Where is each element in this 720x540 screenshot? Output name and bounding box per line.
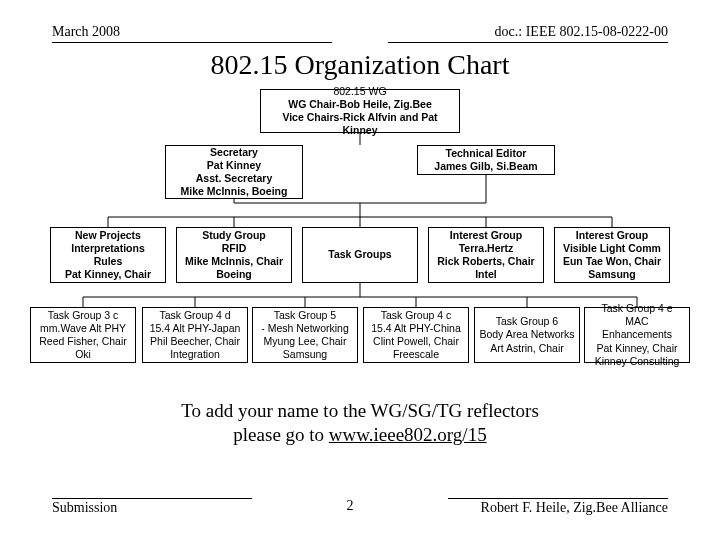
r2-4-l3: Eun Tae Won, Chair xyxy=(559,255,665,268)
r2-1-l3: Mike McInnis, Chair xyxy=(181,255,287,268)
box-row2-0: New Projects Interpretations Rules Pat K… xyxy=(50,227,166,283)
r2-0-l3: Rules xyxy=(55,255,161,268)
header: March 2008 doc.: IEEE 802.15-08-0222-00 xyxy=(0,0,720,43)
box-row2-1: Study Group RFID Mike McInnis, Chair Boe… xyxy=(176,227,292,283)
r3-2-l1: Task Group 5 xyxy=(257,309,353,322)
r3-0-l2: mm.Wave Alt PHY xyxy=(35,322,131,335)
r2-0-l2: Interpretations xyxy=(55,242,161,255)
footer-right: Robert F. Heile, Zig.Bee Alliance xyxy=(448,498,668,516)
r2-0-l1: New Projects xyxy=(55,229,161,242)
note-l2a: please go to xyxy=(233,424,329,445)
box-row3-0: Task Group 3 c mm.Wave Alt PHY Reed Fish… xyxy=(30,307,136,363)
box-row3-1: Task Group 4 d 15.4 Alt PHY-Japan Phil B… xyxy=(142,307,248,363)
r3-3-l2: 15.4 Alt PHY-China xyxy=(368,322,464,335)
r3-5-l3: Pat Kinney, Chair xyxy=(589,342,685,355)
box-row3-5: Task Group 4 e MAC Enhancements Pat Kinn… xyxy=(584,307,690,363)
box-secretary: Secretary Pat Kinney Asst. Secretary Mik… xyxy=(165,145,303,199)
sec-l1: Secretary xyxy=(170,146,298,159)
note-line1: To add your name to the WG/SG/TG reflect… xyxy=(0,399,720,423)
footer-left: Submission xyxy=(52,498,252,516)
sec-l2: Pat Kinney xyxy=(170,159,298,172)
r3-5-l1: Task Group 4 e xyxy=(589,302,685,315)
r3-5-l2: MAC Enhancements xyxy=(589,315,685,341)
wg-chair: WG Chair-Bob Heile, Zig.Bee xyxy=(265,98,455,111)
r3-3-l3: Clint Powell, Chair xyxy=(368,335,464,348)
r2-0-l4: Pat Kinney, Chair xyxy=(55,268,161,281)
r3-2-l4: Samsung xyxy=(257,348,353,361)
org-chart: 802.15 WG WG Chair-Bob Heile, Zig.Bee Vi… xyxy=(0,87,720,397)
r3-0-l3: Reed Fisher, Chair xyxy=(35,335,131,348)
sec-l3: Asst. Secretary xyxy=(170,172,298,185)
reflector-note: To add your name to the WG/SG/TG reflect… xyxy=(0,399,720,447)
note-line2: please go to www.ieee802.org/15 xyxy=(0,423,720,447)
header-date: March 2008 xyxy=(52,24,332,43)
r3-1-l3: Phil Beecher, Chair xyxy=(147,335,243,348)
r2-1-l2: RFID xyxy=(181,242,287,255)
r2-3-l3: Rick Roberts, Chair xyxy=(433,255,539,268)
r2-4-l4: Samsung xyxy=(559,268,665,281)
r3-0-l1: Task Group 3 c xyxy=(35,309,131,322)
r2-1-l1: Study Group xyxy=(181,229,287,242)
header-docnum: doc.: IEEE 802.15-08-0222-00 xyxy=(388,24,668,43)
r2-2-l1: Task Groups xyxy=(307,248,413,261)
r3-4-l3: Art Astrin, Chair xyxy=(479,342,575,355)
ted-l1: Technical Editor xyxy=(422,147,550,160)
r3-1-l4: Integration xyxy=(147,348,243,361)
reflector-link[interactable]: www.ieee802.org/15 xyxy=(329,424,487,445)
r3-2-l2: - Mesh Networking xyxy=(257,322,353,335)
box-row2-2: Task Groups xyxy=(302,227,418,283)
r2-3-l4: Intel xyxy=(433,268,539,281)
r3-3-l4: Freescale xyxy=(368,348,464,361)
wg-vicechairs: Vice Chairs-Rick Alfvin and Pat Kinney xyxy=(265,111,455,137)
ted-l2: James Gilb, Si.Beam xyxy=(422,160,550,173)
r2-3-l1: Interest Group xyxy=(433,229,539,242)
r3-1-l2: 15.4 Alt PHY-Japan xyxy=(147,322,243,335)
box-row3-3: Task Group 4 c 15.4 Alt PHY-China Clint … xyxy=(363,307,469,363)
r2-3-l2: Terra.Hertz xyxy=(433,242,539,255)
r3-0-l4: Oki xyxy=(35,348,131,361)
r3-5-l4: Kinney Consulting xyxy=(589,355,685,368)
box-wg: 802.15 WG WG Chair-Bob Heile, Zig.Bee Vi… xyxy=(260,89,460,133)
box-row2-3: Interest Group Terra.Hertz Rick Roberts,… xyxy=(428,227,544,283)
sec-l4: Mike McInnis, Boeing xyxy=(170,185,298,198)
box-techeditor: Technical Editor James Gilb, Si.Beam xyxy=(417,145,555,175)
box-row3-2: Task Group 5 - Mesh Networking Myung Lee… xyxy=(252,307,358,363)
box-row2-4: Interest Group Visible Light Comm Eun Ta… xyxy=(554,227,670,283)
wg-title: 802.15 WG xyxy=(265,85,455,98)
footer: Submission 2 Robert F. Heile, Zig.Bee Al… xyxy=(0,498,720,516)
r2-4-l2: Visible Light Comm xyxy=(559,242,665,255)
footer-page: 2 xyxy=(252,498,448,516)
r3-3-l1: Task Group 4 c xyxy=(368,309,464,322)
r3-1-l1: Task Group 4 d xyxy=(147,309,243,322)
r3-4-l1: Task Group 6 xyxy=(479,315,575,328)
r3-4-l2: Body Area Networks xyxy=(479,328,575,341)
r3-2-l3: Myung Lee, Chair xyxy=(257,335,353,348)
page-title: 802.15 Organization Chart xyxy=(0,49,720,81)
r2-1-l4: Boeing xyxy=(181,268,287,281)
box-row3-4: Task Group 6 Body Area Networks Art Astr… xyxy=(474,307,580,363)
r2-4-l1: Interest Group xyxy=(559,229,665,242)
